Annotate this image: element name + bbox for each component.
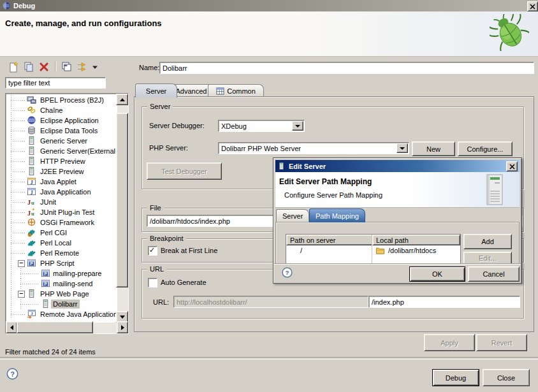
- php-icon: P: [41, 279, 50, 288]
- tree-connector: [11, 131, 25, 131]
- server-icon: [27, 166, 36, 176]
- column-header-local-path[interactable]: Local path: [372, 235, 460, 245]
- column-header-path-on-server[interactable]: Path on server: [286, 235, 374, 245]
- tree-connector: [20, 273, 40, 274]
- ok-button[interactable]: OK: [409, 266, 465, 282]
- add-mapping-button[interactable]: Add: [463, 234, 512, 249]
- bpel-process-icon: [27, 95, 36, 105]
- tree-item-generic-server-external-la[interactable]: Generic Server(External La: [6, 146, 128, 156]
- cancel-button[interactable]: Cancel: [468, 266, 520, 282]
- tree-item-mailing-prepare[interactable]: Pmailing-prepare: [6, 268, 128, 279]
- revert-button[interactable]: Revert: [476, 334, 527, 351]
- tree-item-perl-local[interactable]: Perl Local: [6, 238, 128, 248]
- tree-item-dolibarr[interactable]: Dolibarr: [6, 299, 128, 309]
- svg-text:?: ?: [285, 269, 289, 276]
- column-divider: [372, 235, 372, 265]
- debug-button[interactable]: Debug: [432, 369, 479, 386]
- tree-item-java-applet[interactable]: JJava Applet: [6, 177, 128, 187]
- php-server-combo[interactable]: Dolibarr PHP Web Server: [218, 142, 409, 154]
- tree-item-eclipse-data-tools[interactable]: Eclipse Data Tools: [6, 126, 128, 136]
- filter-status: Filter matched 24 of 24 items: [5, 348, 96, 356]
- tree-item-mailing-send[interactable]: Pmailing-send: [6, 279, 128, 289]
- window-close-button[interactable]: [527, 1, 538, 11]
- window-titlebar: Debug: [0, 0, 538, 11]
- name-input[interactable]: Dolibarr: [159, 62, 534, 74]
- delete-launch-config-icon[interactable]: [38, 61, 50, 73]
- configure-server-button[interactable]: Configure...: [458, 142, 513, 156]
- sidebar-toolbar: [5, 60, 127, 74]
- tree-scroll-right-button[interactable]: [117, 321, 128, 333]
- tree-item-http-preview[interactable]: HTTP Preview: [6, 156, 128, 166]
- filter-menu-caret[interactable]: [92, 61, 98, 73]
- expander-minus-icon[interactable]: [18, 260, 25, 267]
- auto-generate-checkbox[interactable]: [148, 278, 157, 287]
- svg-text:J: J: [27, 210, 31, 217]
- combo-arrow-icon[interactable]: [396, 143, 408, 153]
- tab-common[interactable]: Common: [208, 84, 264, 98]
- new-launch-config-icon[interactable]: [8, 61, 19, 73]
- break-first-line-label: Break at First Line: [161, 247, 217, 254]
- tree-item-java-application[interactable]: JJava Application: [6, 187, 128, 197]
- tree-item-j2ee-preview[interactable]: J2EE Preview: [6, 166, 128, 177]
- path-mapping-table[interactable]: Path on server Local path / /dolibarr/ht…: [286, 234, 461, 265]
- svg-text:u: u: [31, 210, 34, 217]
- tree-item-junit-plug-in-test[interactable]: JuJUnit Plug-in Test: [6, 207, 128, 217]
- tree-item-php-web-page[interactable]: PHP Web Page: [6, 289, 128, 299]
- tree-item-bpel-process-b2j[interactable]: BPEL Process (B2J): [6, 95, 128, 105]
- tree-item-eclipse-application[interactable]: Eclipse Application: [6, 115, 128, 126]
- name-label: Name:: [139, 64, 159, 71]
- new-server-button[interactable]: New: [412, 142, 455, 156]
- svg-text:P: P: [30, 261, 33, 266]
- dialog-tab-path-mapping[interactable]: Path Mapping: [309, 208, 365, 222]
- server-debugger-combo[interactable]: XDebug: [218, 120, 305, 132]
- grid-icon: [216, 87, 224, 95]
- perl-icon: [27, 248, 36, 258]
- local-path-cell: /dolibarr/htdocs: [388, 247, 436, 254]
- chain-icon: [27, 105, 36, 115]
- close-icon: [530, 4, 535, 10]
- bug-icon: [490, 14, 529, 51]
- tree-item-php-script[interactable]: PPHP Script: [6, 258, 128, 268]
- tree-item-cha-ne[interactable]: Chaîne: [6, 105, 128, 115]
- tree-item-osgi-framework[interactable]: OSGi Framework: [6, 217, 128, 228]
- tree-item-perl-cgi[interactable]: Perl CGI: [6, 228, 128, 238]
- url-path-input[interactable]: /index.php: [368, 296, 520, 308]
- expander-minus-icon[interactable]: [18, 291, 25, 298]
- tree-item-generic-server[interactable]: Generic Server: [6, 136, 128, 146]
- tree-hscroll-thumb[interactable]: [17, 321, 93, 333]
- tree-connector: [11, 222, 25, 223]
- help-icon[interactable]: ?: [6, 368, 18, 380]
- filter-input[interactable]: type filter text: [5, 77, 106, 89]
- svg-text:J: J: [30, 179, 33, 185]
- breakpoint-group-legend: Breakpoint: [147, 235, 186, 243]
- tree-item-perl-remote[interactable]: Perl Remote: [6, 248, 128, 258]
- tree-scroll-up-button[interactable]: [116, 94, 128, 105]
- filter-launch-configs-icon[interactable]: [76, 61, 88, 73]
- combo-arrow-icon[interactable]: [292, 121, 303, 131]
- break-first-line-checkbox[interactable]: [148, 246, 157, 256]
- close-button[interactable]: Close: [483, 369, 530, 386]
- duplicate-launch-config-icon[interactable]: [23, 61, 34, 73]
- footer-separator: [0, 357, 538, 359]
- edit-server-close-button[interactable]: [506, 161, 518, 171]
- tree-connector: [11, 171, 25, 172]
- tree-item-junit[interactable]: JuJUnit: [6, 197, 128, 207]
- java-applet-icon: J: [27, 177, 36, 186]
- tree-vscroll-thumb[interactable]: [116, 113, 128, 287]
- table-row[interactable]: / /dolibarr/htdocs: [286, 245, 459, 256]
- config-tree[interactable]: BPEL Process (B2J)ChaîneEclipse Applicat…: [5, 93, 129, 334]
- edit-server-heading: Edit Server Path Mapping: [279, 177, 372, 186]
- tree-item-remote-java-application[interactable]: JRemote Java Application: [6, 309, 128, 319]
- tab-server[interactable]: Server: [135, 83, 177, 98]
- dialog-help-icon[interactable]: ?: [282, 267, 293, 278]
- tree-scroll-left-button[interactable]: [6, 321, 17, 333]
- tree-connector: [11, 120, 25, 121]
- base-url-input: http://localhostdolibarr/: [173, 296, 368, 308]
- osgi-icon: [27, 217, 36, 227]
- dialog-tab-server[interactable]: Server: [276, 209, 309, 222]
- apply-button[interactable]: Apply: [424, 334, 475, 351]
- collapse-all-icon[interactable]: [61, 61, 73, 73]
- server-icon: [277, 162, 286, 170]
- junit-plugin-icon: Ju: [27, 207, 36, 217]
- test-debugger-button[interactable]: Test Debugger: [147, 163, 222, 180]
